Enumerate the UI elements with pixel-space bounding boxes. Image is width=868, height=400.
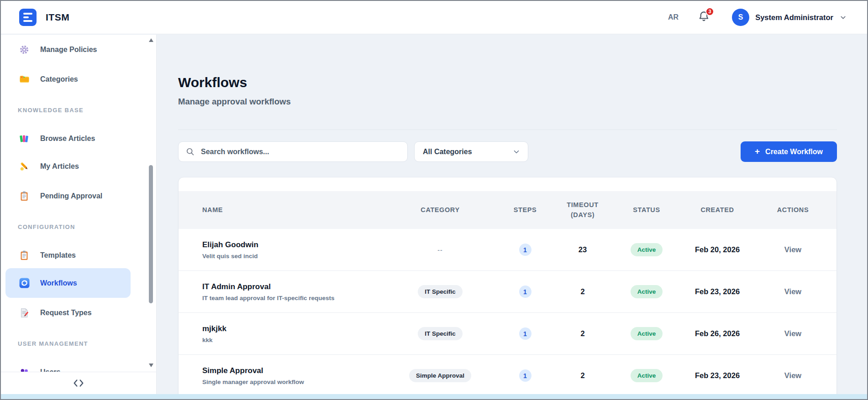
gear-icon [18, 44, 30, 56]
category-filter-select[interactable]: All Categories [414, 141, 528, 162]
clipboard-icon [18, 190, 30, 202]
plus-icon: + [755, 146, 760, 156]
view-button[interactable]: View [784, 371, 801, 379]
workflow-description: Single manager approval workflow [202, 379, 388, 385]
sidebar-item-label: Browse Articles [40, 135, 95, 143]
sidebar-item-users[interactable]: Users [1, 359, 146, 372]
steps-badge: 1 [519, 327, 531, 340]
search-input[interactable] [201, 148, 400, 156]
workflows-table-card: NAME CATEGORY STEPS TIMEOUT (DAYS) STATU… [178, 177, 837, 399]
sidebar-item-label: Manage Policies [40, 46, 97, 54]
top-bar: ITSM AR 3 S System Administrator [1, 1, 867, 34]
view-button[interactable]: View [784, 287, 801, 296]
column-header-steps: STEPS [514, 205, 537, 215]
books-icon [18, 133, 30, 145]
column-header-status: STATUS [633, 205, 660, 215]
sidebar-item-label: Categories [40, 75, 78, 83]
header-divider [178, 130, 837, 130]
workflow-description: Velit quis sed incid [202, 253, 388, 260]
sidebar-item-label: My Articles [40, 162, 79, 171]
table-row: mjkjkk kkk IT Specific 1 2 Active Feb 26… [179, 313, 836, 355]
app-window: ITSM AR 3 S System Administrator [0, 0, 868, 400]
user-menu[interactable]: S System Administrator [732, 9, 847, 26]
steps-badge: 1 [519, 286, 531, 298]
sidebar-item-pending-approval[interactable]: Pending Approval [1, 181, 146, 211]
toolbar: All Categories + Create Workflow [178, 141, 837, 162]
workflow-description: kkk [202, 337, 388, 343]
status-badge: Active [631, 369, 663, 382]
column-header-actions: ACTIONS [777, 205, 809, 215]
timeout-value: 23 [579, 245, 587, 254]
column-header-name: NAME [179, 205, 388, 215]
sidebar-item-browse-articles[interactable]: Browse Articles [1, 126, 146, 151]
page-subtitle: Manage approval workflows [178, 97, 837, 107]
workflow-name: Simple Approval [202, 366, 388, 375]
sidebar-item-request-types[interactable]: Request Types [1, 298, 146, 327]
sidebar-item-label: Templates [40, 251, 76, 260]
category-badge: IT Specific [418, 285, 463, 298]
itsm-logo-icon [19, 9, 37, 26]
view-button[interactable]: View [784, 245, 801, 254]
sidebar-item-categories[interactable]: Categories [1, 64, 146, 94]
folder-icon [18, 73, 30, 85]
category-empty-value: -- [437, 246, 442, 254]
scroll-down-arrow-icon[interactable] [149, 364, 153, 367]
sidebar-item-label: Request Types [40, 309, 92, 317]
users-icon [18, 366, 30, 372]
steps-badge: 1 [519, 244, 531, 256]
bottom-edge-strip [1, 394, 867, 399]
sidebar-nav: Manage Policies Categories KNOWLEDGE BAS… [1, 35, 146, 372]
clipboard-icon [18, 249, 30, 261]
writing-hand-icon [18, 161, 30, 172]
workflow-name: mjkjkk [202, 324, 388, 333]
sidebar-item-label: Pending Approval [40, 192, 102, 200]
sidebar-section-user-management: USER MANAGEMENT [1, 327, 146, 359]
sidebar-item-label: Workflows [40, 279, 77, 287]
category-filter-value: All Categories [423, 148, 472, 156]
notifications-button[interactable]: 3 [698, 10, 710, 25]
created-date: Feb 20, 2026 [695, 245, 740, 254]
created-date: Feb 23, 2026 [695, 371, 740, 380]
memo-pencil-icon [18, 307, 30, 319]
language-toggle[interactable]: AR [668, 13, 679, 21]
status-badge: Active [631, 285, 663, 298]
column-header-timeout: TIMEOUT (DAYS) [558, 200, 608, 219]
workflow-description: IT team lead approval for IT-specific re… [202, 295, 388, 301]
create-workflow-label: Create Workflow [765, 148, 823, 156]
category-badge: Simple Approval [409, 369, 471, 382]
sidebar-scrollbar[interactable] [148, 36, 154, 369]
timeout-value: 2 [580, 287, 584, 296]
page-title: Workflows [178, 75, 837, 90]
sidebar-item-templates[interactable]: Templates [1, 243, 146, 268]
created-date: Feb 23, 2026 [695, 287, 740, 296]
scroll-up-arrow-icon[interactable] [149, 38, 153, 42]
view-button[interactable]: View [784, 329, 801, 338]
status-badge: Active [631, 243, 663, 256]
scrollbar-thumb[interactable] [149, 165, 153, 303]
sidebar-section-knowledge-base: KNOWLEDGE BASE [1, 94, 146, 126]
top-bar-actions: AR 3 S System Administrator [668, 9, 847, 26]
search-icon [185, 147, 195, 156]
app-title: ITSM [46, 12, 69, 23]
workflow-refresh-icon [18, 277, 30, 289]
chevron-down-icon [512, 148, 521, 156]
search-box[interactable] [178, 141, 408, 162]
create-workflow-button[interactable]: + Create Workflow [741, 141, 837, 162]
table-row: Elijah Goodwin Velit quis sed incid -- 1… [179, 229, 836, 271]
sidebar-section-configuration: CONFIGURATION [1, 211, 146, 243]
sidebar-item-workflows[interactable]: Workflows [5, 268, 131, 298]
timeout-value: 2 [580, 371, 584, 380]
workflow-name: Elijah Goodwin [202, 240, 388, 249]
chevron-down-icon [839, 14, 847, 21]
table-row: IT Admin Approval IT team lead approval … [179, 271, 836, 313]
app-logo[interactable]: ITSM [19, 9, 69, 26]
sidebar-item-label: Users [40, 368, 60, 372]
status-badge: Active [631, 327, 663, 340]
sidebar-item-manage-policies[interactable]: Manage Policies [1, 35, 146, 64]
sidebar-collapse-button[interactable] [1, 372, 156, 394]
collapse-icon [73, 379, 84, 388]
user-avatar: S [732, 9, 749, 26]
sidebar-item-my-articles[interactable]: My Articles [1, 151, 146, 181]
category-badge: IT Specific [418, 327, 463, 340]
created-date: Feb 26, 2026 [695, 329, 740, 338]
